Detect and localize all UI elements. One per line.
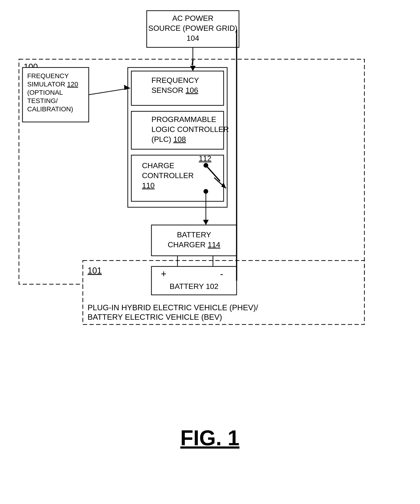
fig-label: FIG. 1 bbox=[180, 426, 239, 450]
phev-label2: BATTERY ELECTRIC VEHICLE (BEV) bbox=[88, 313, 222, 321]
phev-label1: PLUG-IN HYBRID ELECTRIC VEHICLE (PHEV)/ bbox=[88, 303, 258, 312]
charge-ctrl-label2: CONTROLLER bbox=[142, 171, 194, 180]
ref-112: 112 bbox=[199, 154, 211, 163]
ref-101: 101 bbox=[88, 266, 102, 276]
diagram-container: AC POWER SOURCE (POWER GRID) 104 100 FRE… bbox=[0, 0, 420, 504]
freq-sim-label3: (OPTIONAL bbox=[27, 89, 63, 96]
battery-minus: - bbox=[220, 269, 223, 279]
freq-sim-label1: FREQUENCY bbox=[27, 72, 69, 80]
battery-charger-label1: BATTERY bbox=[177, 230, 211, 239]
battery-plus: + bbox=[161, 269, 166, 279]
freq-sim-label4: TESTING/ bbox=[27, 97, 58, 104]
plc-label3: (PLC) 108 bbox=[152, 135, 186, 144]
freq-sim-label2: SIMULATOR 120 bbox=[27, 81, 78, 88]
battery-label: BATTERY 102 bbox=[170, 282, 218, 291]
ac-power-label2: SOURCE (POWER GRID) bbox=[148, 24, 238, 32]
freq-sensor-label1: FREQUENCY bbox=[152, 76, 199, 84]
freq-sensor-label2: SENSOR 106 bbox=[152, 86, 198, 95]
ac-power-ref: 104 bbox=[187, 34, 199, 42]
freq-sim-label5: CALIBRATION) bbox=[27, 105, 73, 113]
charge-ctrl-label1: CHARGE bbox=[142, 161, 174, 170]
plc-label1: PROGRAMMABLE bbox=[152, 115, 216, 124]
ac-power-label: AC POWER bbox=[172, 14, 213, 23]
charge-ctrl-label3: 110 bbox=[142, 181, 155, 190]
battery-charger-label2: CHARGER 114 bbox=[168, 240, 220, 249]
plc-label2: LOGIC CONTROLLER bbox=[152, 125, 229, 134]
